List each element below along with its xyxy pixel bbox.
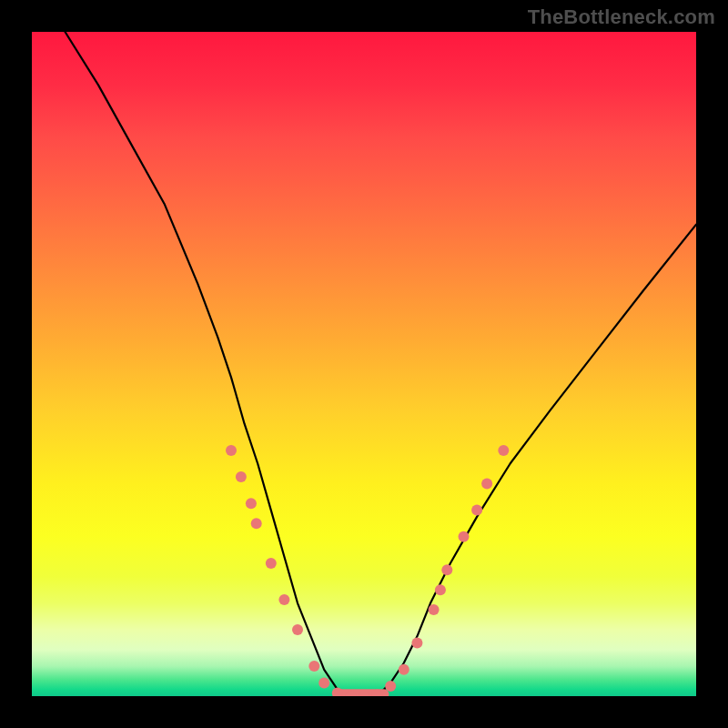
scatter-points [226,445,509,696]
scatter-point [251,518,262,529]
attribution-label: TheBottleneck.com [528,5,715,29]
scatter-point [278,594,289,605]
scatter-point [246,498,257,509]
chart-frame: TheBottleneck.com [0,0,728,728]
scatter-point [292,624,303,635]
scatter-point [435,584,446,595]
scatter-point [226,445,237,456]
plot-area [32,32,696,696]
scatter-point [236,471,247,482]
curve-layer [32,32,696,696]
scatter-point [429,604,440,615]
scatter-point [399,664,410,675]
scatter-point [498,445,509,456]
scatter-point [318,677,329,688]
scatter-point [471,505,482,516]
scatter-point [308,661,319,672]
bottleneck-curve [66,32,697,696]
scatter-point [411,638,422,649]
scatter-point [332,687,343,696]
scatter-point [481,478,492,489]
scatter-point [441,564,452,575]
scatter-point [459,531,470,542]
scatter-point [266,558,277,569]
scatter-point [385,681,396,692]
